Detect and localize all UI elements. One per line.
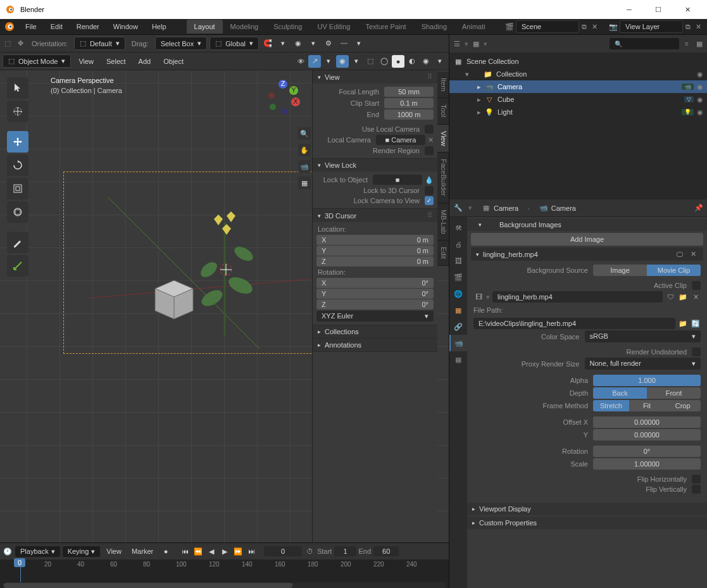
ntab-facebuilder[interactable]: FaceBuilder	[437, 153, 449, 203]
frame-fit[interactable]: Fit	[629, 400, 665, 411]
current-frame[interactable]: 0	[264, 546, 302, 556]
custom-props-panel-header[interactable]: Custom Properties	[467, 516, 707, 529]
gizmo-toggle-icon[interactable]: ↗	[308, 55, 321, 68]
tree-collection[interactable]: ▾📁Collection◉	[449, 68, 707, 80]
annotations-panel-header[interactable]: Annotations	[313, 339, 437, 351]
jump-start-icon[interactable]: ⏮	[178, 546, 191, 557]
scene-browse-icon[interactable]: ⧉	[579, 23, 589, 31]
depth-back[interactable]: Back	[593, 387, 647, 399]
unlink-icon[interactable]: ✕	[691, 293, 701, 301]
rotation-mode-dropdown[interactable]: XYZ Euler ▾	[316, 311, 434, 322]
render-region-checkbox[interactable]	[425, 146, 434, 155]
eyedrop-icon[interactable]: 💧	[425, 176, 434, 184]
tree-cube[interactable]: ▸▽Cube▽◉	[449, 93, 707, 106]
play-reverse-icon[interactable]: ◀	[205, 546, 218, 557]
proportional-icon[interactable]: ◉	[292, 37, 304, 50]
add-menu[interactable]: Add	[134, 56, 156, 67]
display-mode-icon[interactable]: ▦	[471, 40, 481, 48]
reload-icon[interactable]: 🔄	[691, 320, 701, 328]
clipstart-value[interactable]: 0.1 m	[384, 98, 434, 108]
minimize-button[interactable]: ─	[615, 0, 644, 19]
localcam-checkbox[interactable]	[425, 125, 434, 134]
tab-sculpting[interactable]: Sculpting	[266, 20, 310, 34]
shading-rendered-icon[interactable]: ◉	[420, 55, 432, 68]
tree-light[interactable]: ▸💡Light💡◉	[449, 106, 707, 118]
end-frame[interactable]: 60	[373, 546, 399, 556]
ptab-texture[interactable]: ▦	[449, 351, 467, 368]
clear-icon[interactable]: ✕	[428, 136, 434, 144]
tree-camera[interactable]: ▸📹Camera📹◉	[449, 80, 707, 93]
timeline-ruler[interactable]: 0 20 40 60 80 100 120 140 160 180 200 22…	[0, 560, 449, 572]
selectability-icon[interactable]: 👁	[294, 55, 307, 68]
ntab-item[interactable]: Item	[437, 72, 449, 98]
viewlayer-browse-icon[interactable]: ⧉	[683, 23, 693, 31]
tool-select[interactable]	[7, 77, 28, 99]
scene-close-icon[interactable]: ✕	[589, 23, 599, 31]
display-icon[interactable]: 🖵	[674, 251, 684, 258]
cursor-panel-header[interactable]: 3D Cursor⠿	[313, 209, 437, 222]
lockcursor-checkbox[interactable]	[425, 186, 434, 195]
ptab-output[interactable]: 🖨	[449, 236, 467, 253]
tab-texturepaint[interactable]: Texture Paint	[358, 20, 413, 34]
ptab-viewlayer[interactable]: 🖼	[449, 253, 467, 269]
blender-icon[interactable]	[4, 21, 15, 32]
visibility-icon[interactable]: ◉	[697, 70, 703, 78]
snap-toggle-icon[interactable]: 🧲	[261, 37, 274, 50]
xray-icon[interactable]: ⬚	[364, 55, 377, 68]
start-frame[interactable]: 1	[334, 546, 356, 556]
ntab-view[interactable]: View	[437, 125, 449, 153]
overlay-toggle-icon[interactable]: ◉	[336, 55, 349, 68]
localcam-field[interactable]: ■ Camera	[376, 135, 425, 145]
shading-menu-icon[interactable]: ▾	[434, 55, 446, 68]
tool-scale[interactable]	[7, 178, 28, 199]
lockobj-field[interactable]: ■	[373, 175, 422, 185]
add-image-button[interactable]: Add Image	[471, 233, 703, 246]
frame-crop[interactable]: Crop	[665, 400, 701, 411]
scene-cube[interactable]	[149, 273, 198, 320]
scene-icon[interactable]: 🎬	[504, 23, 515, 31]
viewlayer-selector[interactable]: View Layer	[620, 20, 683, 33]
maximize-button[interactable]: ☐	[644, 0, 673, 19]
ptab-scene[interactable]: 🎬	[449, 269, 467, 285]
timeline-view-menu[interactable]: View	[103, 546, 125, 557]
tool-rotate[interactable]	[7, 154, 28, 176]
collections-panel-header[interactable]: Collections	[313, 325, 437, 338]
filepath-field[interactable]: E:\videoClips\lingling_herb.mp4	[473, 318, 675, 329]
flipv-checkbox[interactable]	[692, 485, 701, 494]
menu-edit[interactable]: Edit	[44, 20, 69, 33]
keying-dropdown[interactable]: Keying▾	[63, 546, 101, 557]
menu-file[interactable]: File	[19, 20, 43, 33]
bgsource-movieclip[interactable]: Movie Clip	[647, 265, 701, 276]
clip-item-header[interactable]: lingling_herb.mp4🖵✕	[471, 247, 703, 261]
shading-wireframe-icon[interactable]: ◯	[378, 55, 391, 68]
clip-name-field[interactable]: lingling_herb.mp4	[492, 291, 663, 303]
menu-window[interactable]: Window	[107, 20, 144, 33]
timeline-scrollbar[interactable]	[3, 582, 446, 588]
extra-icon[interactable]: ▾	[353, 37, 365, 50]
new-collection-icon[interactable]: ▦	[694, 40, 704, 48]
overlay-menu-icon[interactable]: ▾	[350, 55, 363, 68]
shading-solid-icon[interactable]: ●	[392, 55, 404, 68]
keyframe-prev-icon[interactable]: ⏪	[192, 546, 204, 557]
colorspace-dropdown[interactable]: sRGB▾	[585, 330, 701, 342]
ptab-constraints[interactable]: 🔗	[449, 318, 467, 335]
breadcrumb-data[interactable]: Camera	[551, 204, 576, 212]
depth-front[interactable]: Front	[647, 387, 701, 399]
options-icon[interactable]: ⚙	[322, 37, 335, 50]
timeline-editor-icon[interactable]: 🕐	[3, 547, 13, 556]
clipend-value[interactable]: 1000 m	[384, 109, 434, 120]
tab-shading[interactable]: Shading	[414, 20, 454, 34]
nav-gizmo[interactable]: YXZ	[265, 77, 303, 115]
cursor-rx[interactable]: X0°	[316, 278, 434, 288]
tool-transform[interactable]	[7, 201, 28, 223]
shading-lookdev-icon[interactable]: ◐	[406, 55, 418, 68]
bgimages-panel-header[interactable]: Background Images	[467, 218, 707, 231]
orientation-dropdown[interactable]: ⬚Default▾	[74, 37, 125, 50]
zoom-icon[interactable]: 🔍	[298, 127, 311, 140]
visibility-icon[interactable]: ◉	[697, 83, 703, 91]
snap-icon[interactable]: ✥	[15, 39, 25, 47]
viewport-display-panel-header[interactable]: Viewport Display	[467, 503, 707, 515]
outliner-search[interactable]	[610, 38, 679, 49]
viewlayer-icon[interactable]: 📷	[608, 23, 618, 31]
ptab-render[interactable]: 🛠	[449, 220, 467, 236]
